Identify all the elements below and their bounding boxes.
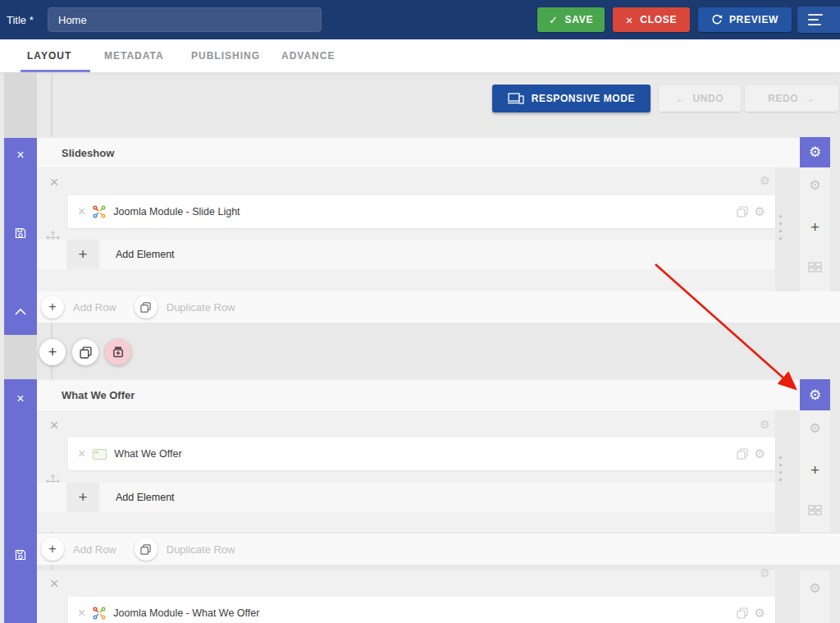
addon-image-icon <box>93 449 107 460</box>
redo-button[interactable]: REDO → <box>745 85 838 112</box>
row-save-icon[interactable] <box>14 225 27 241</box>
x-icon: × <box>626 13 633 27</box>
row-header-what-we-offer: What We Offer <box>37 379 800 410</box>
add-row-button[interactable]: + <box>41 295 64 318</box>
row-delete-icon[interactable]: × <box>14 147 27 163</box>
plus-icon: + <box>810 461 819 479</box>
element-delete-icon[interactable]: × <box>78 447 85 461</box>
column-settings-icon[interactable]: ⚙ <box>760 566 770 579</box>
element-duplicate-icon[interactable] <box>737 448 748 460</box>
plus-icon: + <box>78 488 87 506</box>
element-name: Joomla Module - What We Offer <box>113 607 259 619</box>
gear-icon: ⚙ <box>755 606 765 620</box>
element-duplicate-icon[interactable] <box>737 607 748 619</box>
column-settings-icon[interactable]: ⚙ <box>760 418 770 431</box>
add-element-label[interactable]: Add Element <box>116 492 175 503</box>
gear-icon: ⚙ <box>809 144 821 161</box>
right-arrow-icon: → <box>805 93 815 104</box>
duplicate-row-label[interactable]: Duplicate Row <box>167 543 235 556</box>
save-button[interactable]: ✓ SAVE <box>537 7 605 32</box>
column-options-icon[interactable]: ⚙ <box>808 580 822 596</box>
column-delete-icon[interactable]: × <box>46 575 62 592</box>
element-duplicate-icon[interactable] <box>737 206 748 218</box>
column-delete-icon[interactable]: × <box>46 417 62 433</box>
row-title: Slideshow <box>62 147 114 159</box>
tab-metadata[interactable]: METADATA <box>104 39 164 72</box>
add-element-bar: + Add Element <box>37 483 775 512</box>
column-zone <box>37 167 775 291</box>
column-resize-handle[interactable] <box>779 215 782 240</box>
plus-icon: + <box>48 542 56 557</box>
saved-rows-button[interactable] <box>105 339 131 365</box>
devices-icon <box>508 93 524 104</box>
redo-label: REDO <box>768 93 798 104</box>
element-card[interactable]: × Joomla Module - Slide Light <box>68 195 775 228</box>
tab-advance[interactable]: ADVANCE <box>281 39 335 72</box>
tab-publishing[interactable]: PUBLISHING <box>191 39 260 72</box>
row-delete-icon[interactable]: × <box>14 391 27 407</box>
column-options-icon[interactable]: ⚙ <box>808 420 822 436</box>
tab-layout[interactable]: LAYOUT <box>27 39 71 72</box>
column-options-icon[interactable]: ⚙ <box>808 177 822 193</box>
element-settings-icon[interactable]: ⚙ <box>755 447 765 461</box>
left-arrow-icon: ← <box>676 93 687 104</box>
column-side-rail: ⚙ <box>800 570 830 623</box>
element-settings-icon[interactable]: ⚙ <box>755 606 765 621</box>
gear-icon: ⚙ <box>760 174 770 187</box>
add-element-button[interactable]: + <box>66 483 99 512</box>
row-settings-button-target[interactable]: ⚙ <box>800 379 830 410</box>
gear-icon: ⚙ <box>809 581 820 595</box>
title-label: Title * <box>7 0 34 39</box>
plus-icon: + <box>48 344 57 361</box>
element-name: What We Offer <box>114 448 181 460</box>
gear-icon: ⚙ <box>809 387 821 404</box>
responsive-mode-button[interactable]: RESPONSIVE MODE <box>492 85 651 112</box>
add-row-label[interactable]: Add Row <box>73 301 116 314</box>
insert-row-button[interactable]: + <box>39 339 66 365</box>
gear-icon: ⚙ <box>755 447 765 460</box>
row-toolbar-what-we-offer <box>4 379 37 623</box>
gear-icon: ⚙ <box>760 418 770 431</box>
add-row-bar: + Add Row Duplicate Row <box>37 291 840 323</box>
element-card[interactable]: × What We Offer ⚙ <box>68 437 775 470</box>
gear-icon: ⚙ <box>760 566 770 579</box>
column-side-rail: ⚙ + <box>800 410 830 532</box>
element-delete-icon[interactable]: × <box>78 204 85 219</box>
add-element-button[interactable]: + <box>66 240 99 269</box>
add-column-icon[interactable]: + <box>806 461 824 479</box>
preview-button[interactable]: PREVIEW <box>698 7 792 32</box>
element-delete-icon[interactable]: × <box>78 606 85 621</box>
add-element-label[interactable]: Add Element <box>116 249 175 260</box>
duplicate-row-button[interactable] <box>135 295 158 318</box>
hamburger-menu-button[interactable] <box>797 7 840 33</box>
refresh-icon <box>711 14 723 25</box>
add-row-label[interactable]: Add Row <box>73 543 116 556</box>
row-title: What We Offer <box>62 389 135 401</box>
duplicate-row-button[interactable] <box>135 538 158 561</box>
column-resize-handle[interactable] <box>779 456 782 481</box>
column-layout-icon[interactable] <box>808 261 822 276</box>
close-button[interactable]: × CLOSE <box>613 7 690 32</box>
column-zone <box>37 410 775 532</box>
row-save-icon[interactable] <box>14 547 27 563</box>
gear-icon: ⚙ <box>755 204 765 218</box>
undo-label: UNDO <box>692 93 724 104</box>
row-header-slideshow: Slideshow <box>37 137 800 167</box>
page-title-input[interactable] <box>48 7 322 32</box>
check-icon: ✓ <box>549 14 559 26</box>
row-collapse-icon[interactable] <box>14 303 27 319</box>
add-row-bar: + Add Row Duplicate Row <box>37 534 840 565</box>
preview-button-label: PREVIEW <box>729 14 778 25</box>
column-delete-icon[interactable]: × <box>46 174 62 190</box>
column-settings-icon[interactable]: ⚙ <box>760 174 770 187</box>
duplicate-row-label[interactable]: Duplicate Row <box>167 301 235 314</box>
undo-button[interactable]: ← UNDO <box>659 85 741 112</box>
add-row-button[interactable]: + <box>41 538 64 561</box>
row-settings-button[interactable]: ⚙ <box>800 137 830 167</box>
element-card[interactable]: × Joomla Module - What We Offer <box>68 597 775 623</box>
element-settings-icon[interactable]: ⚙ <box>755 204 765 219</box>
add-column-icon[interactable]: + <box>806 218 824 236</box>
close-button-label: CLOSE <box>640 14 677 25</box>
column-layout-icon[interactable] <box>808 504 822 519</box>
paste-row-button[interactable] <box>72 339 98 365</box>
